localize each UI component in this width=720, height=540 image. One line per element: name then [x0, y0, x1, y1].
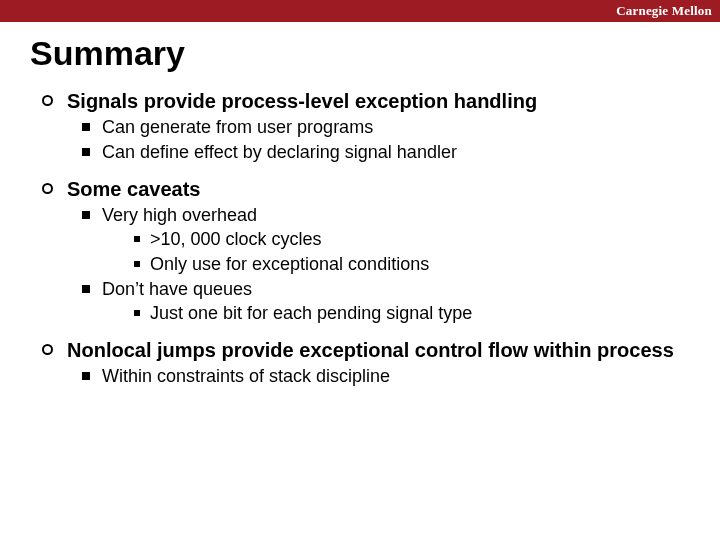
list-item: Just one bit for each pending signal typ… — [134, 302, 690, 325]
square-bullet-icon — [82, 148, 90, 156]
bullet-text: Only use for exceptional conditions — [150, 253, 429, 276]
bullet-text: Just one bit for each pending signal typ… — [150, 302, 472, 325]
slide-title: Summary — [0, 22, 720, 83]
bullet-text: Very high overhead — [102, 204, 257, 227]
bullet-text: Some caveats — [67, 177, 200, 202]
square-bullet-icon — [82, 211, 90, 219]
list-item: Can generate from user programs — [82, 116, 690, 139]
brand-label: Carnegie Mellon — [616, 3, 712, 19]
square-bullet-icon — [134, 261, 140, 267]
list-item: Within constraints of stack discipline — [82, 365, 690, 388]
bullet-text: Within constraints of stack discipline — [102, 365, 390, 388]
bullet-text: Can define effect by declaring signal ha… — [102, 141, 457, 164]
list-item: Nonlocal jumps provide exceptional contr… — [42, 338, 690, 363]
slide-content: Signals provide process-level exception … — [0, 89, 720, 388]
circle-bullet-icon — [42, 95, 53, 106]
circle-bullet-icon — [42, 344, 53, 355]
list-item: Very high overhead — [82, 204, 690, 227]
bullet-text: Signals provide process-level exception … — [67, 89, 537, 114]
circle-bullet-icon — [42, 183, 53, 194]
square-bullet-icon — [134, 310, 140, 316]
list-item: >10, 000 clock cycles — [134, 228, 690, 251]
list-item: Signals provide process-level exception … — [42, 89, 690, 114]
bullet-text: Nonlocal jumps provide exceptional contr… — [67, 338, 674, 363]
top-bar: Carnegie Mellon — [0, 0, 720, 22]
list-item: Don’t have queues — [82, 278, 690, 301]
slide: Carnegie Mellon Summary Signals provide … — [0, 0, 720, 540]
list-item: Only use for exceptional conditions — [134, 253, 690, 276]
list-item: Can define effect by declaring signal ha… — [82, 141, 690, 164]
square-bullet-icon — [134, 236, 140, 242]
square-bullet-icon — [82, 123, 90, 131]
list-item: Some caveats — [42, 177, 690, 202]
bullet-text: >10, 000 clock cycles — [150, 228, 322, 251]
square-bullet-icon — [82, 372, 90, 380]
bullet-text: Don’t have queues — [102, 278, 252, 301]
bullet-text: Can generate from user programs — [102, 116, 373, 139]
square-bullet-icon — [82, 285, 90, 293]
